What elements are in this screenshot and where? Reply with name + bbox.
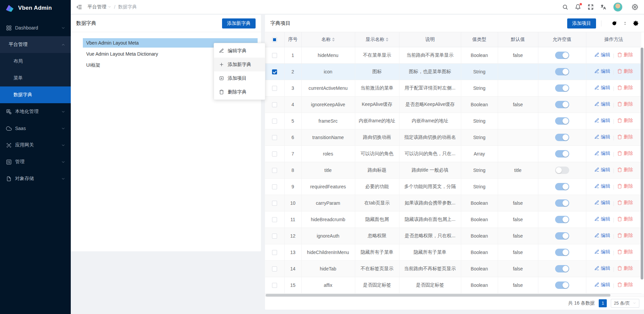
allow-empty-toggle[interactable] <box>555 265 569 272</box>
allow-empty-toggle[interactable] <box>555 52 569 59</box>
row-checkbox[interactable] <box>272 283 277 288</box>
select-all-checkbox[interactable] <box>272 37 277 42</box>
sidebar-item-对象存储[interactable]: 对象存储 <box>0 170 71 187</box>
context-menu-item-删除字典[interactable]: 删除字典 <box>214 85 265 99</box>
row-checkbox[interactable] <box>272 250 277 255</box>
translate-icon[interactable] <box>600 4 606 10</box>
delete-button[interactable]: 删除 <box>617 85 633 91</box>
row-checkbox[interactable] <box>272 184 277 189</box>
delete-button[interactable]: 删除 <box>617 265 633 271</box>
column-settings-icon[interactable] <box>633 20 639 26</box>
delete-button[interactable]: 删除 <box>617 52 633 58</box>
sidebar-item-菜单[interactable]: 菜单 <box>0 70 71 86</box>
allow-empty-toggle[interactable] <box>555 101 569 108</box>
breadcrumb-item-platform[interactable]: 平台管理 <box>88 4 111 10</box>
delete-button[interactable]: 删除 <box>617 118 633 124</box>
edit-button[interactable]: 编辑 <box>594 167 610 173</box>
edit-button[interactable]: 编辑 <box>594 233 610 239</box>
edit-button[interactable]: 编辑 <box>594 183 610 189</box>
sortable-header[interactable]: 名称 <box>321 37 335 43</box>
sidebar-item-平台管理[interactable]: 平台管理 <box>0 36 71 53</box>
allow-empty-toggle[interactable] <box>555 167 569 174</box>
horizontal-scrollbar-thumb[interactable] <box>266 294 610 297</box>
sidebar-item-数据字典[interactable]: 数据字典 <box>0 86 71 103</box>
edit-button[interactable]: 编辑 <box>594 101 610 107</box>
delete-button[interactable]: 删除 <box>617 134 633 140</box>
allow-empty-toggle[interactable] <box>555 68 569 75</box>
settings-gear-icon[interactable] <box>632 4 638 10</box>
allow-empty-toggle[interactable] <box>555 199 569 207</box>
row-height-icon[interactable] <box>622 20 628 26</box>
edit-button[interactable]: 编辑 <box>594 68 610 74</box>
row-checkbox[interactable] <box>272 135 277 140</box>
delete-button[interactable]: 删除 <box>617 68 633 74</box>
edit-button[interactable]: 编辑 <box>594 249 610 255</box>
logo[interactable]: Vben Admin <box>0 0 71 16</box>
sort-descending-icon[interactable] <box>386 40 388 42</box>
row-checkbox[interactable] <box>272 201 277 206</box>
edit-button[interactable]: 编辑 <box>594 118 610 124</box>
row-checkbox[interactable] <box>272 119 277 124</box>
sidebar-item-Saas[interactable]: Saas <box>0 120 71 137</box>
delete-button[interactable]: 删除 <box>617 233 633 239</box>
row-checkbox[interactable] <box>272 168 277 173</box>
row-checkbox[interactable] <box>272 217 277 222</box>
vertical-scrollbar-thumb[interactable] <box>641 48 643 279</box>
delete-button[interactable]: 删除 <box>617 282 633 288</box>
sidebar-item-应用网关[interactable]: 应用网关 <box>0 137 71 153</box>
allow-empty-toggle[interactable] <box>555 150 569 158</box>
row-checkbox[interactable] <box>272 102 277 107</box>
context-menu-item-添加项目[interactable]: 添加项目 <box>214 71 265 85</box>
refresh-icon[interactable] <box>611 20 617 26</box>
row-checkbox[interactable] <box>272 234 277 239</box>
page-size-select[interactable]: 25 条/页 <box>611 299 639 308</box>
sidebar-item-管理[interactable]: 管理 <box>0 153 71 170</box>
collapse-sidebar-icon[interactable] <box>76 4 82 10</box>
allow-empty-toggle[interactable] <box>555 232 569 240</box>
bell-icon[interactable] <box>575 4 581 10</box>
delete-button[interactable]: 删除 <box>617 183 633 189</box>
add-item-button[interactable]: 添加项目 <box>567 18 596 28</box>
search-icon[interactable] <box>562 4 568 10</box>
sidebar-item-布局[interactable]: 布局 <box>0 53 71 70</box>
row-checkbox[interactable] <box>272 151 277 156</box>
row-checkbox[interactable] <box>272 53 277 58</box>
delete-button[interactable]: 删除 <box>617 150 633 156</box>
edit-button[interactable]: 编辑 <box>594 52 610 58</box>
cell-value-type: Boolean <box>461 211 498 228</box>
delete-button[interactable]: 删除 <box>617 200 633 206</box>
allow-empty-toggle[interactable] <box>555 281 569 289</box>
sort-ascending-icon[interactable] <box>332 38 335 39</box>
sort-ascending-icon[interactable] <box>386 38 388 39</box>
row-checkbox[interactable] <box>272 69 277 74</box>
edit-button[interactable]: 编辑 <box>594 85 610 91</box>
sidebar-item-本地化管理[interactable]: 本地化管理 <box>0 103 71 120</box>
context-menu-item-编辑字典[interactable]: 编辑字典 <box>214 44 265 58</box>
allow-empty-toggle[interactable] <box>555 84 569 92</box>
sidebar-item-Dashboard[interactable]: Dashboard <box>0 19 71 36</box>
sort-descending-icon[interactable] <box>332 40 335 42</box>
edit-button[interactable]: 编辑 <box>594 134 610 140</box>
allow-empty-toggle[interactable] <box>555 216 569 223</box>
edit-button[interactable]: 编辑 <box>594 265 610 271</box>
allow-empty-toggle[interactable] <box>555 249 569 256</box>
delete-button[interactable]: 删除 <box>617 216 633 222</box>
page-number-1[interactable]: 1 <box>599 299 607 307</box>
fullscreen-icon[interactable] <box>588 4 594 10</box>
edit-button[interactable]: 编辑 <box>594 150 610 156</box>
avatar[interactable] <box>613 2 623 12</box>
allow-empty-toggle[interactable] <box>555 117 569 125</box>
add-dictionary-button[interactable]: 添加新字典 <box>222 18 256 28</box>
row-checkbox[interactable] <box>272 266 277 271</box>
delete-button[interactable]: 删除 <box>617 167 633 173</box>
edit-button[interactable]: 编辑 <box>594 216 610 222</box>
context-menu-item-添加新字典[interactable]: 添加新字典 <box>214 58 265 71</box>
allow-empty-toggle[interactable] <box>555 183 569 190</box>
allow-empty-toggle[interactable] <box>555 134 569 141</box>
edit-button[interactable]: 编辑 <box>594 200 610 206</box>
row-checkbox[interactable] <box>272 86 277 91</box>
edit-button[interactable]: 编辑 <box>594 282 610 288</box>
delete-button[interactable]: 删除 <box>617 249 633 255</box>
delete-button[interactable]: 删除 <box>617 101 633 107</box>
sortable-header[interactable]: 显示名称 <box>366 37 388 43</box>
